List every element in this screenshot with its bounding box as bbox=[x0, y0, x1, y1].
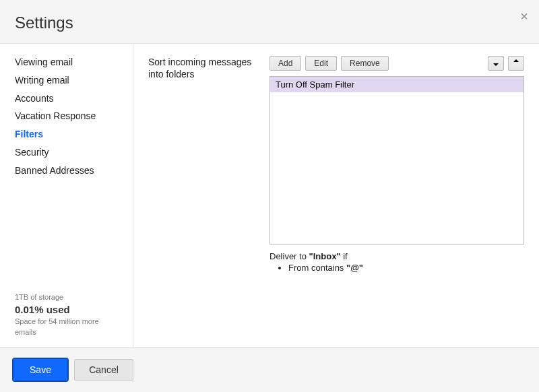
sidebar: Viewing email Writing email Accounts Vac… bbox=[0, 44, 133, 347]
rule-condition: From contains "@" bbox=[288, 263, 524, 273]
save-button[interactable]: Save bbox=[13, 359, 67, 381]
storage-total: 1TB of storage bbox=[15, 292, 118, 302]
sidebar-items: Viewing email Writing email Accounts Vac… bbox=[0, 53, 133, 292]
sidebar-item-accounts[interactable]: Accounts bbox=[0, 90, 133, 108]
move-up-button[interactable] bbox=[508, 56, 524, 71]
sidebar-item-security[interactable]: Security bbox=[0, 143, 133, 162]
sidebar-item-viewing-email[interactable]: Viewing email bbox=[0, 53, 133, 71]
section-label: Sort incoming messages into folders bbox=[148, 56, 270, 333]
filter-toolbar: Add Edit Remove bbox=[270, 56, 524, 71]
remove-button[interactable]: Remove bbox=[341, 56, 389, 71]
cancel-button[interactable]: Cancel bbox=[74, 359, 133, 381]
rule-description: Deliver to "Inbox" if From contains "@" bbox=[270, 251, 524, 273]
arrow-up-icon bbox=[513, 59, 519, 68]
filter-row[interactable]: Turn Off Spam Filter bbox=[270, 77, 524, 92]
move-down-button[interactable] bbox=[488, 56, 504, 71]
storage-summary: 1TB of storage 0.01% used Space for 54 m… bbox=[0, 292, 133, 347]
dialog-header: Settings × bbox=[0, 0, 539, 43]
condition-field: From contains bbox=[288, 263, 346, 273]
dialog-body: Viewing email Writing email Accounts Vac… bbox=[0, 43, 539, 348]
sidebar-item-banned-addresses[interactable]: Banned Addresses bbox=[0, 162, 133, 180]
rule-conditions: From contains "@" bbox=[288, 263, 524, 273]
condition-value: "@" bbox=[346, 263, 363, 273]
storage-used: 0.01% used bbox=[15, 302, 118, 317]
settings-dialog: Settings × Viewing email Writing email A… bbox=[0, 0, 539, 392]
arrow-down-icon bbox=[493, 59, 499, 68]
dialog-footer: Save Cancel bbox=[0, 348, 539, 392]
rule-suffix: if bbox=[341, 251, 348, 261]
rule-prefix: Deliver to bbox=[270, 251, 309, 261]
close-icon[interactable]: × bbox=[520, 9, 528, 23]
storage-remaining: Space for 54 million more emails bbox=[15, 317, 118, 337]
filter-column: Add Edit Remove Turn Off Spam Filter Del… bbox=[270, 56, 524, 333]
filter-list[interactable]: Turn Off Spam Filter bbox=[270, 76, 524, 244]
edit-button[interactable]: Edit bbox=[305, 56, 337, 71]
rule-folder: "Inbox" bbox=[309, 251, 341, 261]
sidebar-item-filters[interactable]: Filters bbox=[0, 125, 133, 143]
add-button[interactable]: Add bbox=[270, 56, 301, 71]
dialog-title: Settings bbox=[15, 13, 524, 32]
sidebar-item-vacation-response[interactable]: Vacation Response bbox=[0, 107, 133, 125]
sidebar-item-writing-email[interactable]: Writing email bbox=[0, 71, 133, 90]
main-panel: Sort incoming messages into folders Add … bbox=[133, 44, 539, 347]
